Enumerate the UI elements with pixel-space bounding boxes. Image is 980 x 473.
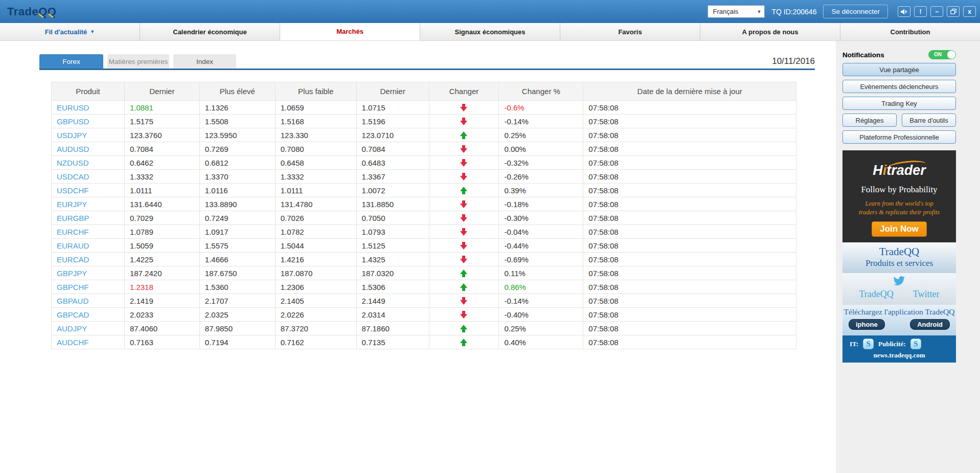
last-price-2-cell: 0.7135 — [357, 335, 429, 349]
trading-key-button[interactable]: Trading Key — [842, 97, 956, 110]
last-price-2-cell: 0.7050 — [357, 211, 429, 225]
minimize-icon[interactable]: − — [930, 6, 943, 17]
product-symbol[interactable]: GBPAUD — [57, 297, 88, 305]
volume-icon[interactable] — [898, 6, 910, 17]
join-now-button[interactable]: Join Now — [872, 221, 927, 237]
change-direction-icon — [460, 104, 467, 111]
skype-icon[interactable]: S — [863, 339, 874, 349]
table-row[interactable]: EURCAD 1.4225 1.4666 1.4216 1.4325 -0.69… — [52, 253, 796, 266]
logout-button[interactable]: Se déconnecter — [823, 5, 888, 18]
skype-icon[interactable]: S — [910, 339, 921, 349]
product-cell[interactable]: NZDUSD — [52, 156, 125, 170]
product-cell[interactable]: GBPCHF — [52, 280, 125, 294]
low-price-cell: 1.0659 — [276, 101, 357, 115]
product-symbol[interactable]: EURUSD — [57, 103, 89, 112]
high-price-cell: 87.9850 — [200, 322, 276, 335]
shared-view-button[interactable]: Vue partagée — [842, 63, 956, 76]
product-cell[interactable]: USDJPY — [52, 128, 125, 142]
subtab-forex[interactable]: Forex — [39, 54, 103, 69]
table-row[interactable]: USDCAD 1.3332 1.3370 1.3332 1.3367 -0.26… — [52, 170, 796, 184]
product-symbol[interactable]: AUDUSD — [57, 145, 89, 153]
table-row[interactable]: GBPCAD 2.0233 2.0325 2.0226 2.0314 -0.40… — [52, 308, 796, 322]
settings-button[interactable]: Réglages — [842, 114, 897, 127]
product-cell[interactable]: GBPJPY — [52, 266, 125, 280]
change-direction-icon — [460, 325, 467, 332]
table-row[interactable]: USDCHF 1.0111 1.0116 1.0111 1.0072 0.39%… — [52, 184, 796, 197]
hitrader-ad-banner[interactable]: Hitrader Follow by Probability Learn fro… — [842, 150, 956, 242]
product-cell[interactable]: GBPCAD — [52, 308, 125, 322]
tab-a-propos[interactable]: A propos de nous — [700, 23, 840, 40]
iphone-button[interactable]: iphone — [849, 319, 885, 330]
change-percent-cell: 0.39% — [499, 184, 583, 197]
product-symbol[interactable]: USDCHF — [57, 186, 89, 195]
product-symbol[interactable]: EURGBP — [57, 214, 89, 222]
subtab-matieres-premieres[interactable]: Matières premières — [107, 54, 169, 69]
table-row[interactable]: EURCHF 1.0789 1.0917 1.0782 1.0793 -0.04… — [52, 225, 796, 239]
change-percent-cell: -0.44% — [499, 239, 583, 253]
tab-calendrier-economique[interactable]: Calendrier économique — [140, 23, 280, 40]
android-button[interactable]: Android — [910, 319, 950, 330]
product-cell[interactable]: USDCAD — [52, 170, 125, 184]
table-row[interactable]: EURJPY 131.6440 133.8890 131.4780 131.88… — [52, 197, 796, 211]
product-symbol[interactable]: GBPCHF — [57, 283, 89, 291]
table-row[interactable]: GBPCHF 1.2318 1.5360 1.2306 1.5306 0.86%… — [52, 280, 796, 294]
product-cell[interactable]: GBPAUD — [52, 294, 125, 308]
updated-time-cell: 07:58:08 — [583, 253, 796, 266]
table-row[interactable]: NZDUSD 0.6462 0.6812 0.6458 0.6483 -0.32… — [52, 156, 796, 170]
table-row[interactable]: GBPJPY 187.2420 187.6750 187.0870 187.03… — [52, 266, 796, 280]
trigger-events-button[interactable]: Evènements déclencheurs — [842, 80, 956, 93]
product-symbol[interactable]: EURJPY — [57, 200, 87, 209]
product-symbol[interactable]: NZDUSD — [57, 159, 89, 167]
last-price-cell: 2.1419 — [125, 294, 200, 308]
product-symbol[interactable]: USDCAD — [57, 172, 89, 181]
product-cell[interactable]: GBPUSD — [52, 115, 125, 128]
table-row[interactable]: AUDUSD 0.7084 0.7269 0.7080 0.7084 0.00%… — [52, 142, 796, 156]
product-symbol[interactable]: GBPUSD — [57, 117, 89, 126]
product-symbol[interactable]: AUDJPY — [57, 324, 87, 333]
product-cell[interactable]: USDCHF — [52, 184, 125, 197]
restore-icon[interactable] — [947, 6, 960, 17]
product-cell[interactable]: EURAUD — [52, 239, 125, 253]
table-row[interactable]: AUDCHF 0.7163 0.7194 0.7162 0.7135 0.40%… — [52, 335, 796, 349]
table-row[interactable]: AUDJPY 87.4060 87.9850 87.3720 87.1860 0… — [52, 322, 796, 335]
tab-marches[interactable]: Marchés — [280, 23, 420, 40]
table-row[interactable]: GBPUSD 1.5175 1.5508 1.5168 1.5196 -0.14… — [52, 115, 796, 128]
tab-favoris[interactable]: Favoris — [560, 23, 700, 40]
products-services-panel[interactable]: TradeQQ Produits et services — [842, 242, 956, 273]
product-symbol[interactable]: EURAUD — [57, 241, 89, 250]
product-cell[interactable]: EURGBP — [52, 211, 125, 225]
product-symbol[interactable]: USDJPY — [57, 131, 87, 140]
table-row[interactable]: USDJPY 123.3760 123.5950 123.330 123.071… — [52, 128, 796, 142]
main-nav: Fil d'actualité ▼ Calendrier économique … — [0, 23, 980, 41]
notifications-toggle[interactable]: ON — [928, 50, 956, 59]
product-symbol[interactable]: GBPCAD — [57, 310, 89, 319]
product-symbol[interactable]: EURCAD — [57, 255, 89, 264]
close-icon[interactable]: x — [963, 6, 976, 17]
twitter-panel[interactable]: TradeQQ Twitter — [842, 273, 956, 305]
tab-fil-actualite[interactable]: Fil d'actualité ▼ — [0, 23, 140, 40]
product-symbol[interactable]: AUDCHF — [57, 338, 89, 347]
table-row[interactable]: EURUSD 1.0881 1.1326 1.0659 1.0715 -0.6%… — [52, 101, 796, 115]
table-row[interactable]: GBPAUD 2.1419 2.1707 2.1405 2.1449 -0.14… — [52, 294, 796, 308]
product-cell[interactable]: AUDJPY — [52, 322, 125, 335]
subtab-index[interactable]: Index — [173, 54, 236, 69]
product-symbol[interactable]: EURCHF — [57, 228, 89, 236]
product-cell[interactable]: EURCHF — [52, 225, 125, 239]
product-cell[interactable]: EURUSD — [52, 101, 125, 115]
alert-icon[interactable]: ! — [914, 6, 927, 17]
product-cell[interactable]: AUDUSD — [52, 142, 125, 156]
toolbar-button[interactable]: Barre d'outils — [902, 114, 956, 127]
sidebar-footer: IT: S Publicité: S news.tradeqq.com — [842, 335, 956, 363]
tab-signaux-economiques[interactable]: Signaux économiques — [420, 23, 560, 40]
product-cell[interactable]: AUDCHF — [52, 335, 125, 349]
product-cell[interactable]: EURCAD — [52, 253, 125, 266]
language-select[interactable]: Français ▼ — [708, 5, 765, 18]
professional-platform-button[interactable]: Plateforme Professionnelle — [842, 130, 956, 144]
site-link[interactable]: news.tradeqq.com — [842, 351, 956, 359]
table-row[interactable]: EURGBP 0.7029 0.7249 0.7026 0.7050 -0.30… — [52, 211, 796, 225]
change-direction-icon — [460, 131, 467, 139]
product-cell[interactable]: EURJPY — [52, 197, 125, 211]
tab-contribution[interactable]: Contribution — [840, 23, 980, 40]
product-symbol[interactable]: GBPJPY — [57, 269, 87, 278]
table-row[interactable]: EURAUD 1.5059 1.5575 1.5044 1.5125 -0.44… — [52, 239, 796, 253]
